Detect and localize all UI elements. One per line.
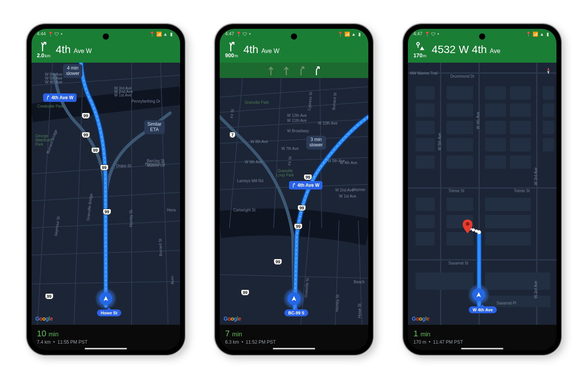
svg-rect-67 [485, 273, 550, 290]
route-shield: 99 [274, 259, 282, 265]
svg-rect-48 [510, 121, 531, 134]
navigation-header[interactable]: 900m 4th Ave W [220, 39, 368, 63]
dot-icon: • [249, 32, 254, 36]
phone-frame-1: 4:44 📍 🛡 • 📍 📶 ▲ ▮ 2.0km [27, 24, 185, 355]
trip-summary-footer[interactable]: 10 min 7.4 km • 11:55 PM PST [32, 325, 180, 350]
signal-icon: 📶 [156, 32, 161, 36]
fork-right-icon [45, 95, 50, 100]
route-shield: 99 [297, 205, 306, 211]
camera-cutout [479, 33, 485, 40]
route-shield: 7 [229, 132, 236, 138]
google-logo: Google [35, 316, 53, 322]
route-shield: 99 [103, 209, 111, 215]
fork-right-icon [226, 41, 237, 52]
location-icon: 📍 [236, 32, 241, 36]
shield-icon: 🛡 [431, 32, 436, 36]
remaining-distance-arrival: 7.4 km • 11:55 PM PST [37, 339, 175, 345]
status-time: 4:47 [225, 31, 234, 37]
lane-straight-icon [267, 65, 274, 76]
route-shield: 99 [241, 289, 249, 296]
svg-rect-64 [485, 215, 531, 228]
fork-right-icon [38, 41, 49, 52]
turn-ahead-chip[interactable]: 4th Ave W [43, 93, 77, 102]
signal-icon: 📶 [533, 32, 537, 36]
svg-rect-46 [510, 103, 531, 117]
map-canvas[interactable]: Drummond Dr W 4th Ave W 5th Ave W 3rd Av… [408, 63, 556, 325]
svg-rect-49 [485, 138, 506, 151]
navigation-header[interactable]: 2.0km 4th Ave W [32, 39, 180, 63]
battery-icon: ▮ [358, 32, 363, 36]
svg-rect-41 [446, 138, 473, 151]
lane-slight-right-icon [314, 65, 321, 76]
current-location-puck [468, 284, 489, 306]
svg-rect-33 [416, 86, 435, 100]
google-logo: Google [224, 316, 241, 322]
svg-rect-36 [416, 138, 435, 151]
svg-rect-57 [416, 198, 435, 211]
remaining-time: 10 min [37, 329, 175, 339]
maneuver-street: 4532 W 4th Ave [432, 44, 500, 55]
current-road-label: Howe St [97, 309, 121, 316]
svg-rect-55 [543, 121, 554, 134]
location-icon: 📍 [424, 32, 429, 36]
svg-rect-45 [485, 103, 506, 117]
route-shield: 99 [82, 132, 90, 138]
remaining-time: 7 min [225, 329, 363, 339]
trip-summary-footer[interactable]: 1 min 170 m • 11:47 PM PST [408, 325, 556, 350]
navigation-header[interactable]: 170m 4532 W 4th Ave [408, 39, 556, 63]
svg-rect-43 [485, 86, 506, 100]
similar-eta-chip[interactable]: SimilarETA [144, 120, 165, 134]
svg-rect-50 [510, 138, 531, 151]
lane-guidance-bar [220, 63, 368, 78]
svg-rect-47 [485, 121, 506, 134]
current-location-puck [283, 288, 305, 309]
trip-summary-footer[interactable]: 7 min 6.3 km • 11:52 PM PST [220, 325, 368, 350]
svg-rect-38 [446, 86, 473, 100]
destination-icon [414, 41, 425, 52]
svg-rect-68 [485, 296, 550, 307]
fork-right-icon [291, 183, 296, 188]
turn-ahead-chip[interactable]: 4th Ave W [289, 181, 322, 190]
svg-point-70 [475, 229, 478, 233]
maneuver-distance: 2.0km [37, 53, 50, 58]
svg-rect-51 [485, 155, 506, 169]
map-canvas[interactable]: 4 minslower 4th Ave W SimilarETA 99 99 9… [32, 63, 180, 325]
svg-rect-35 [416, 121, 435, 134]
remaining-distance-arrival: 170 m • 11:47 PM PST [413, 339, 551, 345]
home-indicator[interactable] [273, 348, 315, 349]
location-icon: 📍 [337, 32, 342, 36]
dot-icon: • [438, 32, 442, 36]
arrow-up-icon [102, 295, 109, 302]
map-background [32, 63, 180, 325]
phone-frame-2: 4:47 📍 🛡 • 📍 📶 ▲ ▮ 900m [215, 24, 373, 355]
slower-route-chip[interactable]: 3 minslower [306, 136, 326, 150]
home-indicator[interactable] [85, 348, 127, 349]
camera-cutout [291, 33, 297, 40]
svg-rect-62 [446, 232, 473, 246]
wifi-icon: ▲ [351, 32, 356, 36]
wifi-icon: ▲ [540, 32, 544, 36]
current-road-label: W 4th Ave [469, 306, 496, 313]
maneuver-distance: 170m [413, 53, 426, 58]
svg-rect-60 [446, 198, 473, 211]
map-canvas[interactable]: 3 minslower 4th Ave W 7 99 99 99 99 99 W… [220, 78, 368, 325]
location-icon: 📍 [48, 32, 52, 36]
svg-rect-54 [543, 103, 554, 117]
svg-rect-58 [416, 215, 435, 228]
route-shield: 99 [45, 293, 53, 299]
screen: 4:44 📍 🛡 • 📍 📶 ▲ ▮ 2.0km [32, 29, 180, 350]
compass-icon[interactable] [544, 66, 553, 75]
svg-rect-44 [510, 86, 531, 100]
status-time: 4:44 [37, 31, 46, 37]
screen: 4:47 📍 🛡 • 📍 📶 ▲ ▮ 900m [220, 29, 368, 350]
svg-rect-56 [543, 138, 554, 151]
phone-frame-3: 4:47 📍 🛡 • 📍 📶 ▲ ▮ 170m [403, 24, 561, 355]
slower-route-chip[interactable]: 4 minslower [63, 64, 83, 78]
svg-rect-63 [485, 198, 531, 211]
arrow-up-icon [475, 291, 482, 298]
svg-rect-52 [510, 155, 531, 169]
shield-icon: 🛡 [242, 32, 247, 36]
svg-rect-53 [543, 86, 554, 100]
route-shield: 99 [82, 113, 90, 119]
home-indicator[interactable] [461, 348, 503, 349]
